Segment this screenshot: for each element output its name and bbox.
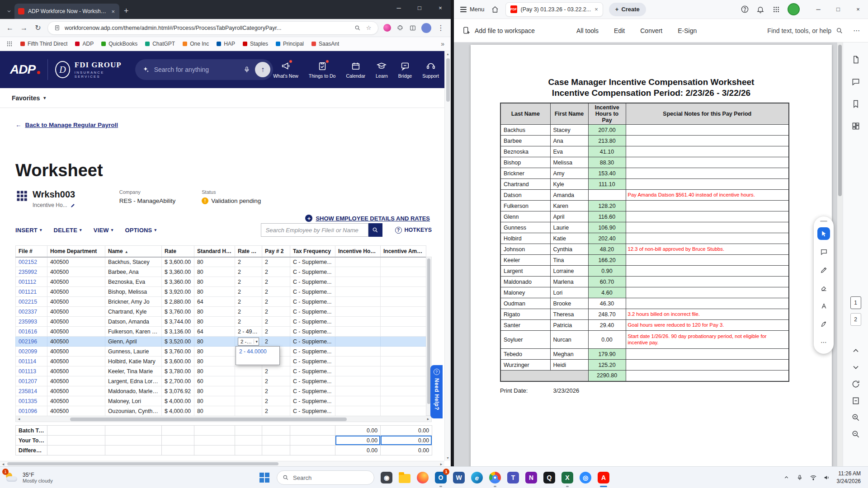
cell-incentive-amount[interactable] — [381, 376, 426, 386]
zoom-in-icon[interactable] — [851, 413, 860, 422]
cell-rate[interactable]: $ 3,760.00 — [162, 307, 194, 317]
column-header-incentive-hours[interactable]: Incentive Hours — [335, 246, 381, 257]
cell-incentive-amount[interactable] — [381, 366, 426, 376]
grid-row[interactable]: 001335400500Maloney, Lori$ 4,000.00802C … — [16, 396, 426, 406]
tab-close-icon[interactable]: × — [110, 8, 116, 15]
cell-standard-hours[interactable]: 80 — [194, 317, 235, 327]
page-vertical-scrollbar[interactable]: ▴ ▾ — [444, 51, 451, 461]
maximize-button[interactable]: □ — [409, 0, 430, 15]
column-header-rate-co[interactable]: Rate Co... — [235, 246, 262, 257]
cell-file-number[interactable]: 001616 — [16, 327, 47, 337]
cell-home-department[interactable]: 400500 — [47, 366, 105, 376]
cell-name[interactable]: Beznoska, Eva — [105, 277, 162, 287]
cell-incentive-hours[interactable] — [335, 277, 381, 287]
cell-home-department[interactable]: 400500 — [47, 386, 105, 396]
new-tab-button[interactable]: + — [124, 6, 129, 16]
page-horizontal-scrollbar[interactable]: ◂ ▸ — [0, 461, 444, 466]
cell-home-department[interactable]: 400500 — [47, 287, 105, 297]
scroll-up-icon[interactable]: ▴ — [445, 52, 451, 56]
cell-incentive-hours[interactable] — [335, 257, 381, 267]
cell-name[interactable]: Gunness, Laurie — [105, 347, 162, 357]
cell-name[interactable]: Barbee, Ana — [105, 267, 162, 277]
cell-incentive-amount[interactable] — [381, 287, 426, 297]
cell-name[interactable]: Maldonado, Marlena — [105, 386, 162, 396]
adp-nav-bridge[interactable]: Bridge — [398, 61, 412, 79]
cell-file-number[interactable]: 001114 — [16, 357, 47, 366]
menu-insert[interactable]: INSERT▾ — [15, 227, 42, 234]
cell-rate[interactable]: $ 3,600.00 — [162, 357, 194, 366]
bookmark-principal[interactable]: Principal — [276, 41, 304, 47]
cell-incentive-hours[interactable] — [335, 347, 381, 357]
cell-standard-hours[interactable]: 80 — [194, 337, 235, 347]
cell-tax-frequency[interactable]: C - Suppleme... — [290, 347, 335, 357]
bookmark-chatgpt[interactable]: ChatGPT — [145, 41, 175, 47]
taskbar-app-snipping-tool[interactable]: ◉ — [377, 468, 396, 488]
cell-file-number[interactable]: 001121 — [16, 287, 47, 297]
cell-pay-2[interactable]: 2 — [262, 366, 290, 376]
cell-name[interactable]: Bishop, Melissa — [105, 287, 162, 297]
cell-standard-hours[interactable]: 80 — [194, 396, 235, 406]
menu-delete[interactable]: DELETE▾ — [54, 227, 82, 234]
comment-tool[interactable] — [817, 245, 830, 258]
cell-incentive-amount[interactable] — [381, 357, 426, 366]
taskbar-app-onenote[interactable]: N — [522, 468, 540, 488]
adp-nav-support[interactable]: Support — [422, 61, 439, 79]
cell-rate[interactable]: $ 3,136.00 — [162, 327, 194, 337]
cell-incentive-hours[interactable] — [335, 327, 381, 337]
profile-avatar[interactable] — [788, 3, 800, 15]
grid-row[interactable]: 002152400500Backhus, Stacey$ 3,600.00802… — [16, 257, 426, 267]
cell-home-department[interactable]: 400500 — [47, 267, 105, 277]
cell-file-number[interactable]: 001096 — [16, 406, 47, 416]
cell-pay-2[interactable]: 2 — [262, 297, 290, 307]
cell-name[interactable]: Chartrand, Kyle — [105, 307, 162, 317]
cell-rate-code[interactable] — [235, 406, 262, 416]
apps-grid-icon[interactable] — [6, 41, 13, 47]
taskbar-app-acrobat[interactable]: A — [594, 468, 613, 488]
menu-view[interactable]: VIEW▾ — [94, 227, 113, 234]
cell-pay-2[interactable]: 2 — [262, 277, 290, 287]
cell-rate[interactable]: $ 3,076.92 — [162, 386, 194, 396]
cell-tax-frequency[interactable]: C - Suppleme... — [290, 317, 335, 327]
column-header-file[interactable]: File # — [16, 246, 47, 257]
select-tool[interactable] — [817, 227, 830, 240]
previous-page-icon[interactable] — [851, 346, 860, 355]
cell-rate-code[interactable]: 2 — [235, 267, 262, 277]
reload-icon[interactable]: ↻ — [33, 23, 42, 32]
taskbar-app-q-app[interactable]: Q — [540, 468, 558, 488]
cell-incentive-amount[interactable] — [381, 297, 426, 307]
zoom-out-icon[interactable] — [851, 430, 860, 439]
need-help-tab[interactable]: ? Need Help? — [430, 365, 443, 418]
bookmark-saasant[interactable]: SaasAnt — [311, 41, 339, 47]
cell-standard-hours[interactable]: 80 — [194, 287, 235, 297]
cell-incentive-amount[interactable] — [381, 307, 426, 317]
palette-drag-handle[interactable] — [820, 221, 827, 222]
cell-incentive-hours[interactable] — [335, 287, 381, 297]
cell-rate-code[interactable]: 2 — [235, 297, 262, 307]
page-thumbnails-icon[interactable] — [851, 122, 860, 131]
show-employee-details-link[interactable]: + SHOW EMPLOYEE DETAILS AND RATES — [305, 215, 430, 222]
grid-row[interactable]: 235993400500Datson, Amanda$ 3,744.008022… — [16, 317, 426, 327]
sign-tool[interactable] — [817, 318, 830, 330]
cell-incentive-amount[interactable] — [381, 317, 426, 327]
cell-rate-code[interactable] — [235, 366, 262, 376]
column-header-tax-frequency[interactable]: Tax Frequency — [290, 246, 335, 257]
cell-home-department[interactable]: 400500 — [47, 297, 105, 307]
start-button[interactable] — [255, 468, 274, 488]
bookmark-adp[interactable]: ADP — [75, 41, 94, 47]
adp-search-placeholder[interactable]: Search for anything — [154, 66, 239, 73]
cell-rate-code[interactable] — [235, 396, 262, 406]
cell-file-number[interactable]: 002337 — [16, 307, 47, 317]
cell-home-department[interactable]: 400500 — [47, 347, 105, 357]
bookmarks-panel-icon[interactable] — [851, 99, 860, 108]
cell-tax-frequency[interactable]: C - Suppleme... — [290, 307, 335, 317]
cell-pay-2[interactable]: 2 — [262, 267, 290, 277]
cell-rate-code[interactable]: 2 — [235, 287, 262, 297]
cell-incentive-amount[interactable] — [381, 396, 426, 406]
cell-incentive-hours[interactable] — [335, 337, 381, 347]
cell-tax-frequency[interactable]: C - Suppleme... — [290, 257, 335, 267]
cell-tax-frequency[interactable]: C - Suppleme... — [290, 406, 335, 416]
document-scrollbar[interactable] — [837, 42, 843, 466]
cell-incentive-amount[interactable] — [381, 337, 426, 347]
microphone-icon[interactable] — [796, 474, 804, 481]
cell-incentive-hours[interactable] — [335, 297, 381, 307]
